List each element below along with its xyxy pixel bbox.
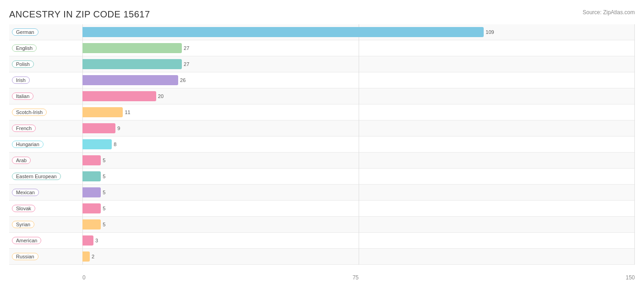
bar-value: 2 <box>92 254 94 259</box>
bar-track: 27 <box>82 40 635 56</box>
grid-line <box>359 217 359 233</box>
bar-row: Mexican5 <box>9 185 635 201</box>
label-pill: Russian <box>12 253 38 260</box>
grid-line <box>359 169 359 185</box>
label-pill: American <box>12 237 41 244</box>
grid-line <box>359 185 359 201</box>
bar-fill <box>82 75 178 85</box>
bar-row: Scotch-Irish11 <box>9 104 635 120</box>
label-pill: Polish <box>12 60 34 68</box>
label-pill: Italian <box>12 93 33 100</box>
bar-fill <box>82 123 115 133</box>
bar-fill <box>82 155 101 165</box>
grid-line <box>634 56 635 72</box>
bar-label: Hungarian <box>9 141 82 148</box>
x-axis-tick: 150 <box>626 274 635 281</box>
grid-line <box>359 249 359 265</box>
bar-track: 5 <box>82 153 635 169</box>
bar-fill <box>82 43 182 53</box>
chart-area: German109English27Polish27Irish26Italian… <box>9 24 635 281</box>
bar-value: 5 <box>103 206 105 211</box>
bar-row: Polish27 <box>9 56 635 72</box>
bar-value: 5 <box>103 158 105 163</box>
grid-line <box>634 72 635 88</box>
bar-fill <box>82 139 112 149</box>
grid-line <box>634 249 635 265</box>
label-pill: Irish <box>12 76 30 84</box>
bar-label: Italian <box>9 93 82 100</box>
bar-track: 5 <box>82 217 635 233</box>
bar-label: American <box>9 237 82 244</box>
bar-value: 5 <box>103 190 105 195</box>
grid-line <box>634 169 635 185</box>
bar-row: Slovak5 <box>9 201 635 217</box>
bar-label: Eastern European <box>9 173 82 180</box>
bar-label: Arab <box>9 157 82 164</box>
bar-value: 109 <box>486 29 494 35</box>
grid-line <box>634 217 635 233</box>
bar-track: 9 <box>82 120 635 137</box>
bar-track: 109 <box>82 24 635 40</box>
grid-line <box>359 233 359 249</box>
bar-fill <box>82 171 101 181</box>
grid-line <box>634 24 635 40</box>
bar-value: 3 <box>95 238 98 243</box>
bar-label: Mexican <box>9 189 82 196</box>
grid-line <box>634 88 635 104</box>
bar-label: French <box>9 125 82 132</box>
grid-line <box>359 56 359 72</box>
bar-fill <box>82 59 182 69</box>
bar-fill <box>82 251 90 262</box>
label-pill: Mexican <box>12 189 39 196</box>
bar-label: Irish <box>9 76 82 84</box>
chart-container: ANCESTRY IN ZIP CODE 15617 Source: ZipAt… <box>0 0 644 295</box>
bar-row: English27 <box>9 40 635 56</box>
grid-line <box>634 137 635 153</box>
bar-track: 8 <box>82 137 635 153</box>
bar-row: Arab5 <box>9 153 635 169</box>
bar-fill <box>82 107 123 117</box>
grid-line <box>634 120 635 137</box>
grid-line <box>359 137 359 153</box>
grid-line <box>359 104 359 120</box>
grid-line <box>634 185 635 201</box>
grid-line <box>634 233 635 249</box>
bar-track: 3 <box>82 233 635 249</box>
bar-row: American3 <box>9 233 635 249</box>
bar-track: 5 <box>82 185 635 201</box>
label-pill: Hungarian <box>12 141 44 148</box>
bar-fill <box>82 91 156 101</box>
bar-fill <box>82 27 484 37</box>
label-pill: Scotch-Irish <box>12 109 47 116</box>
bar-value: 5 <box>103 222 105 227</box>
bar-value: 26 <box>180 77 186 83</box>
bar-track: 27 <box>82 56 635 72</box>
bar-track: 5 <box>82 201 635 217</box>
bar-label: Syrian <box>9 221 82 228</box>
grid-line <box>359 120 359 137</box>
grid-line <box>359 88 359 104</box>
source-label: Source: ZipAtlas.com <box>583 9 635 16</box>
bar-label: English <box>9 44 82 52</box>
label-pill: Arab <box>12 157 31 164</box>
grid-line <box>634 104 635 120</box>
bar-value: 27 <box>184 45 189 51</box>
label-pill: Syrian <box>12 221 34 228</box>
label-pill: German <box>12 28 38 36</box>
bar-value: 11 <box>125 109 130 115</box>
bars-section: German109English27Polish27Irish26Italian… <box>9 24 635 267</box>
bar-value: 20 <box>158 93 164 99</box>
bar-fill <box>82 203 101 213</box>
bar-fill <box>82 187 101 197</box>
bar-label: German <box>9 28 82 36</box>
bar-row: German109 <box>9 24 635 40</box>
bar-value: 5 <box>103 174 105 179</box>
bar-row: Russian2 <box>9 249 635 265</box>
bar-row: Hungarian8 <box>9 137 635 153</box>
grid-line <box>359 40 359 56</box>
bar-label: Polish <box>9 60 82 68</box>
bar-value: 9 <box>117 126 120 131</box>
grid-line <box>359 153 359 169</box>
bar-value: 27 <box>184 61 189 67</box>
chart-title: ANCESTRY IN ZIP CODE 15617 <box>9 9 635 20</box>
